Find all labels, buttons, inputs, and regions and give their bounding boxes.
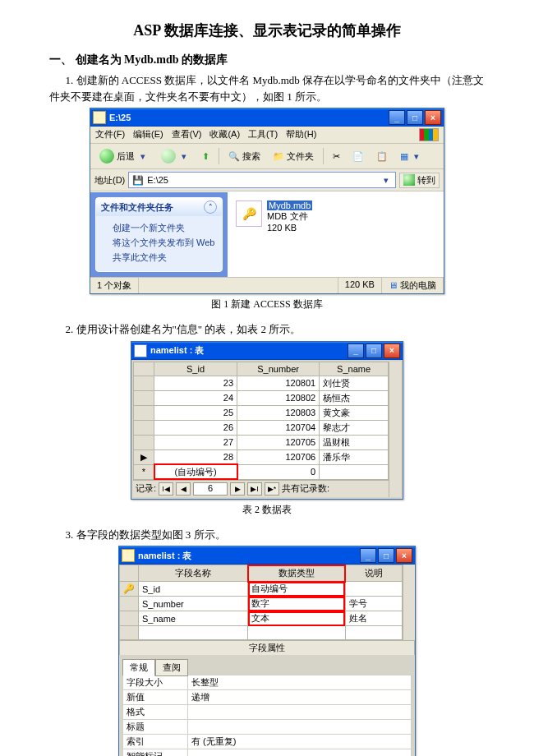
forward-button[interactable]: ▾: [156, 146, 195, 166]
design-grid[interactable]: 字段名称 数据类型 说明 🔑 S_id 自动编号 S_number: [119, 565, 403, 640]
vertical-scrollbar[interactable]: [389, 362, 401, 497]
window-title: namelist : 表: [138, 550, 360, 562]
row-selector-header[interactable]: [120, 565, 139, 582]
chevron-down-icon: ▾: [178, 150, 190, 162]
col-fieldname[interactable]: 字段名称: [139, 565, 248, 582]
mdb-file-icon[interactable]: 🔑: [236, 201, 262, 227]
design-row[interactable]: S_number 数字 学号: [120, 597, 403, 611]
nav-last-button[interactable]: ▶I: [247, 482, 262, 496]
tab-lookup[interactable]: 查阅: [155, 659, 188, 676]
search-button[interactable]: 🔍 搜索: [223, 148, 265, 165]
separator: [219, 148, 219, 164]
design-titlebar[interactable]: namelist : 表 _ □ ×: [119, 546, 415, 565]
status-spacer: [139, 278, 338, 293]
table-row[interactable]: 24120802杨恒杰: [134, 390, 389, 405]
back-arrow-icon: [99, 149, 114, 164]
file-size: 120 KB: [267, 223, 297, 233]
explorer-titlebar[interactable]: E:\25 _ □ ×: [90, 108, 444, 127]
up-button[interactable]: ⬆: [197, 149, 214, 164]
table-row[interactable]: ▶28120706潘乐华: [134, 449, 389, 464]
copy-button[interactable]: 📄: [348, 149, 369, 164]
datasheet-table[interactable]: S_id S_number S_name 23120801刘仕贤 2412080…: [133, 362, 389, 480]
figure-2-datasheet-window: namelist : 表 _ □ × S_id S_number S_name: [131, 341, 403, 500]
menu-file[interactable]: 文件(F): [95, 128, 125, 141]
nav-first-button[interactable]: I◀: [159, 482, 173, 496]
folders-label: 文件夹: [287, 150, 314, 163]
close-button[interactable]: ×: [396, 548, 412, 563]
prop-row[interactable]: 格式: [123, 705, 412, 720]
col-sname[interactable]: S_name: [320, 362, 389, 376]
table-row[interactable]: 27120705温财根: [134, 435, 389, 449]
task-share-folder[interactable]: 共享此文件夹: [113, 251, 219, 264]
maximize-button[interactable]: □: [407, 110, 423, 125]
toolbar: 后退 ▾ ▾ ⬆ 🔍 搜索 📁 文件夹 ✂ 📄 📋 ▦▾: [90, 144, 444, 169]
folders-icon: 📁: [273, 151, 284, 162]
col-datatype[interactable]: 数据类型: [248, 565, 345, 582]
menu-help[interactable]: 帮助(H): [286, 128, 316, 141]
minimize-button[interactable]: _: [348, 343, 364, 358]
figure-1-explorer-window: E:\25 _ □ × 文件(F) 编辑(E) 查看(V) 收藏(A) 工具(T…: [90, 108, 444, 294]
back-button[interactable]: 后退 ▾: [94, 146, 154, 166]
table-row[interactable]: 25120803黄文豪: [134, 405, 389, 420]
col-snumber[interactable]: S_number: [237, 362, 320, 376]
prop-row[interactable]: 智能标记: [123, 749, 412, 757]
col-sid[interactable]: S_id: [154, 362, 237, 376]
address-bar: 地址(D) 💾 E:\25 ▾ 转到: [90, 169, 444, 191]
task-pane-header[interactable]: 文件和文件夹任务 ˄: [96, 198, 222, 216]
minimize-button[interactable]: _: [389, 110, 405, 125]
table-icon: [122, 549, 135, 562]
design-row[interactable]: S_name 文本 姓名: [120, 611, 403, 626]
task-publish-web[interactable]: 将这个文件夹发布到 Web: [113, 237, 219, 249]
go-label: 转到: [417, 174, 435, 187]
file-info[interactable]: Mydb.mdb MDB 文件 120 KB: [267, 201, 312, 233]
prop-row[interactable]: 标题: [123, 720, 412, 735]
maximize-button[interactable]: □: [366, 343, 382, 358]
copy-icon: 📄: [352, 151, 364, 162]
nav-prev-button[interactable]: ◀: [176, 482, 191, 496]
folder-icon: [93, 111, 106, 124]
tab-general[interactable]: 常规: [122, 659, 155, 676]
col-description[interactable]: 说明: [345, 565, 402, 582]
paste-button[interactable]: 📋: [371, 149, 393, 164]
nav-next-button[interactable]: ▶: [230, 482, 245, 496]
file-type: MDB 文件: [267, 211, 308, 221]
file-pane[interactable]: 🔑 Mydb.mdb MDB 文件 120 KB: [228, 192, 444, 277]
close-button[interactable]: ×: [425, 110, 441, 125]
prop-row[interactable]: 新值递增: [123, 690, 412, 705]
task-create-folder[interactable]: 创建一个新文件夹: [113, 222, 219, 234]
menu-view[interactable]: 查看(V): [172, 128, 202, 141]
table-new-row[interactable]: *(自动编号)0: [134, 464, 389, 479]
menu-favorites[interactable]: 收藏(A): [209, 128, 240, 141]
close-button[interactable]: ×: [384, 343, 400, 358]
prop-row[interactable]: 字段大小长整型: [123, 675, 412, 690]
minimize-button[interactable]: _: [360, 548, 376, 563]
properties-table[interactable]: 字段大小长整型 新值递增 格式 标题 索引有 (无重复) 智能标记: [122, 675, 412, 756]
vertical-scrollbar[interactable]: [403, 565, 415, 640]
table-row[interactable]: 23120801刘仕贤: [134, 376, 389, 390]
collapse-icon[interactable]: ˄: [204, 201, 217, 214]
address-input[interactable]: 💾 E:\25 ▾: [128, 172, 396, 188]
design-row-empty[interactable]: [120, 626, 403, 640]
record-navigator: 记录: I◀ ◀ 6 ▶ ▶I ▶* 共有记录数:: [133, 480, 389, 497]
nav-new-button[interactable]: ▶*: [265, 482, 279, 496]
nav-record-input[interactable]: 6: [193, 482, 228, 496]
drive-icon: 💾: [132, 175, 144, 186]
chevron-down-icon[interactable]: ▾: [380, 174, 392, 186]
design-row[interactable]: 🔑 S_id 自动编号: [120, 582, 403, 597]
nav-total-label: 共有记录数:: [282, 482, 329, 495]
separator: [323, 148, 324, 164]
page-title: ASP 数据库连接、显示表记录的简单操作: [49, 21, 485, 40]
row-selector-header[interactable]: [134, 362, 154, 376]
cut-button[interactable]: ✂: [328, 149, 345, 164]
menu-edit[interactable]: 编辑(E): [133, 128, 163, 141]
maximize-button[interactable]: □: [378, 548, 394, 563]
menu-tools[interactable]: 工具(T): [248, 128, 278, 141]
primary-key-icon: 🔑: [120, 582, 139, 597]
go-button[interactable]: 转到: [399, 173, 440, 188]
folders-button[interactable]: 📁 文件夹: [268, 148, 319, 165]
prop-row[interactable]: 索引有 (无重复): [123, 735, 412, 749]
forward-arrow-icon: [161, 149, 176, 164]
table-row[interactable]: 26120704黎志才: [134, 420, 389, 435]
datasheet-titlebar[interactable]: namelist : 表 _ □ ×: [131, 342, 403, 360]
views-button[interactable]: ▦▾: [395, 148, 427, 164]
